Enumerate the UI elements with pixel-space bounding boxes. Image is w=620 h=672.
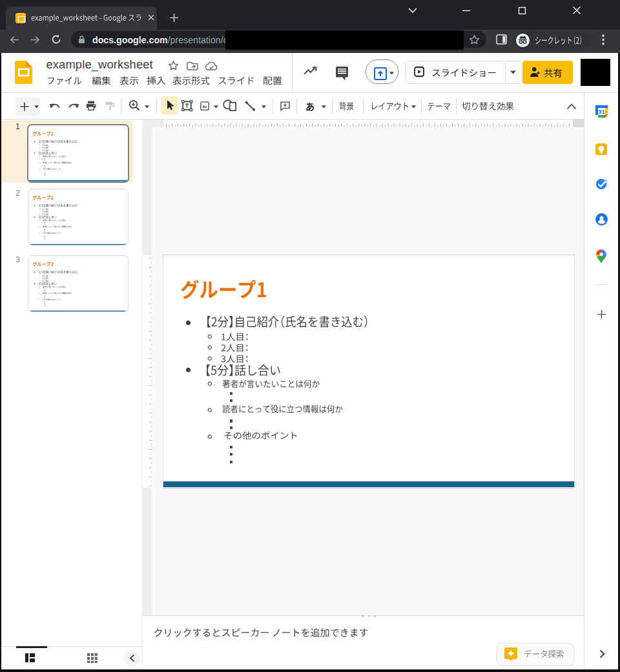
svg-text:31: 31 — [598, 108, 605, 115]
